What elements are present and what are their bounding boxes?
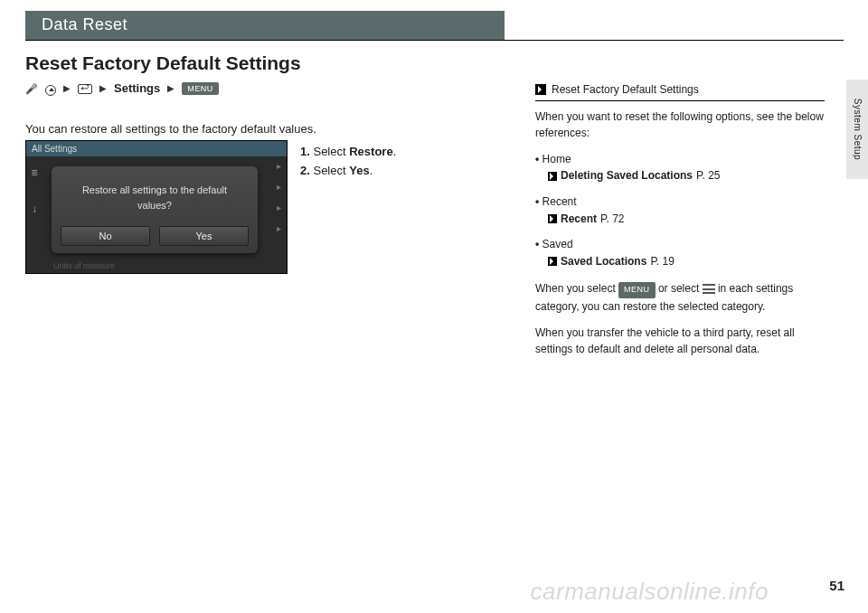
marker-icon bbox=[535, 84, 546, 95]
text: When you select bbox=[535, 282, 618, 295]
ref-title: Deleting Saved Locations bbox=[561, 167, 693, 184]
step-text: Select bbox=[313, 164, 349, 177]
chevron-right-icon: ▸ bbox=[277, 203, 281, 212]
voice-icon bbox=[25, 81, 38, 95]
info-sidebar: Reset Factory Default Settings When you … bbox=[535, 81, 825, 367]
hamburger-icon bbox=[703, 284, 715, 294]
screen-footer-text: Units of measure bbox=[53, 261, 115, 270]
screen-left-controls: ≡ ↓ bbox=[26, 157, 42, 215]
chevron-right-icon: ▸ bbox=[277, 223, 281, 233]
chevron-right-icon: ▸ bbox=[277, 182, 281, 192]
step-text: Select bbox=[313, 145, 349, 158]
chevron-right-icon: ▶ bbox=[63, 83, 71, 93]
side-tab-label: System Setup bbox=[853, 99, 863, 160]
menu-bars-icon: ≡ bbox=[31, 166, 37, 179]
list-item: Home Deleting Saved Locations P. 25 bbox=[535, 151, 825, 184]
dialog-text: values? bbox=[137, 200, 172, 211]
info-heading-text: Reset Factory Default Settings bbox=[552, 81, 699, 99]
home-icon bbox=[45, 85, 56, 96]
dialog-text: Restore all settings to the default bbox=[82, 184, 227, 195]
link-icon bbox=[548, 257, 557, 266]
cross-reference: Deleting Saved Locations P. 25 bbox=[548, 167, 825, 184]
breadcrumb: ▶ ▶ Settings ▶ MENU bbox=[25, 81, 219, 95]
ref-page: P. 72 bbox=[600, 211, 624, 228]
info-paragraph: When you transfer the vehicle to a third… bbox=[535, 325, 825, 358]
step-1: 1. Select Restore. bbox=[300, 143, 396, 162]
info-lead: When you want to reset the following opt… bbox=[535, 108, 825, 142]
section-title: Reset Factory Default Settings bbox=[25, 52, 301, 74]
screen-right-controls: ▸ ▸ ▸ ▸ bbox=[270, 157, 287, 233]
menu-chip: MENU bbox=[618, 282, 656, 298]
list-item: Saved Saved Locations P. 19 bbox=[535, 236, 825, 269]
step-text: . bbox=[370, 164, 373, 177]
cross-reference: Saved Locations P. 19 bbox=[548, 253, 825, 270]
breadcrumb-settings: Settings bbox=[114, 81, 160, 95]
chapter-heading: Data Reset bbox=[25, 11, 505, 40]
page-number: 51 bbox=[829, 578, 844, 593]
step-keyword: Restore bbox=[349, 145, 392, 158]
confirm-dialog: Restore all settings to the default valu… bbox=[52, 166, 258, 253]
chevron-right-icon: ▶ bbox=[99, 83, 107, 93]
side-tab: System Setup bbox=[846, 80, 868, 179]
step-2: 2. Select Yes. bbox=[300, 162, 396, 181]
item-label: Home bbox=[542, 153, 571, 165]
yes-button[interactable]: Yes bbox=[159, 226, 249, 246]
down-arrow-icon: ↓ bbox=[32, 203, 37, 215]
info-heading: Reset Factory Default Settings bbox=[535, 81, 825, 101]
step-number: 1. bbox=[300, 145, 310, 158]
item-label: Saved bbox=[542, 238, 573, 250]
no-button[interactable]: No bbox=[61, 226, 150, 246]
ref-title: Saved Locations bbox=[561, 253, 646, 270]
back-icon bbox=[78, 84, 92, 94]
link-icon bbox=[548, 214, 557, 223]
menu-chip: MENU bbox=[182, 82, 219, 95]
info-paragraph: When you select MENU or select in each s… bbox=[535, 280, 825, 316]
text: or select bbox=[656, 282, 703, 295]
step-number: 2. bbox=[300, 164, 310, 177]
instruction-steps: 1. Select Restore. 2. Select Yes. bbox=[300, 143, 396, 181]
step-keyword: Yes bbox=[349, 164, 369, 177]
ref-page: P. 25 bbox=[696, 167, 720, 184]
list-item: Recent Recent P. 72 bbox=[535, 193, 825, 227]
link-icon bbox=[548, 172, 557, 181]
chevron-right-icon: ▸ bbox=[277, 161, 281, 171]
device-screenshot: All Settings ≡ ↓ ▸ ▸ ▸ ▸ Restore all set… bbox=[25, 140, 288, 274]
cross-reference: Recent P. 72 bbox=[548, 211, 825, 228]
screen-header: All Settings bbox=[26, 141, 287, 156]
step-text: . bbox=[393, 145, 397, 158]
ref-title: Recent bbox=[561, 211, 597, 228]
intro-text: You can restore all settings to the fact… bbox=[25, 122, 316, 136]
chevron-right-icon: ▶ bbox=[167, 83, 175, 93]
watermark: carmanualsonline.info bbox=[531, 578, 769, 606]
divider bbox=[25, 40, 844, 41]
item-label: Recent bbox=[542, 195, 577, 208]
ref-page: P. 19 bbox=[650, 253, 674, 270]
